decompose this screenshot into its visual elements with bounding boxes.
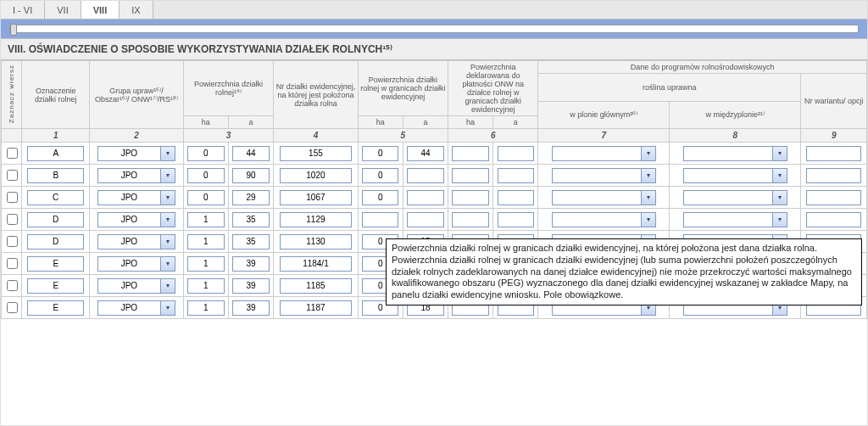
grupa-upraw-input[interactable] <box>97 190 160 205</box>
pow-ha-input[interactable] <box>187 168 224 183</box>
pow-ewid-a-input[interactable] <box>407 212 443 227</box>
pow-ha-input[interactable] <box>187 256 224 272</box>
tab-viii[interactable]: VIII <box>81 1 120 19</box>
row-checkbox[interactable] <box>7 214 18 225</box>
pow-a-input[interactable] <box>232 168 269 183</box>
pow-ewid-ha-input[interactable] <box>362 212 398 227</box>
row-checkbox[interactable] <box>7 236 18 247</box>
oznaczenie-input[interactable] <box>27 168 84 183</box>
miedzyplon-dropdown-button[interactable]: ▾ <box>772 190 787 205</box>
oznaczenie-input[interactable] <box>27 212 84 227</box>
nr-ewid-input[interactable] <box>280 300 352 316</box>
grupa-upraw-input[interactable] <box>97 146 160 161</box>
row-checkbox[interactable] <box>7 148 18 159</box>
grupa-upraw-input[interactable] <box>97 300 160 316</box>
pow-ha-input[interactable] <box>187 300 224 316</box>
miedzyplon-dropdown-button[interactable]: ▾ <box>772 146 787 161</box>
pow-ewid-ha-input[interactable] <box>362 146 398 161</box>
grupa-upraw-dropdown-button[interactable]: ▾ <box>160 256 175 272</box>
pow-a-input[interactable] <box>232 278 269 294</box>
pow-onw-ha-input[interactable] <box>452 168 488 183</box>
plon-glowny-input[interactable] <box>552 146 641 161</box>
plon-glowny-dropdown-button[interactable]: ▾ <box>641 190 656 205</box>
grupa-upraw-input[interactable] <box>97 212 160 227</box>
grupa-upraw-input[interactable] <box>97 256 160 272</box>
nr-wariantu-input[interactable] <box>806 190 861 205</box>
pow-ewid-a-input[interactable] <box>407 168 443 183</box>
pow-a-input[interactable] <box>232 256 269 272</box>
miedzyplon-dropdown-button[interactable]: ▾ <box>772 212 787 227</box>
miedzyplon-input[interactable] <box>683 190 772 205</box>
tab-ix[interactable]: IX <box>120 1 153 19</box>
plon-glowny-dropdown-button[interactable]: ▾ <box>641 168 656 183</box>
pow-a-input[interactable] <box>232 146 269 161</box>
pow-ewid-a-input[interactable] <box>407 146 443 161</box>
pow-onw-a-input[interactable] <box>498 212 534 227</box>
pow-ha-input[interactable] <box>187 234 224 249</box>
nr-ewid-input[interactable] <box>280 234 352 249</box>
oznaczenie-input[interactable] <box>27 190 84 205</box>
nr-wariantu-input[interactable] <box>806 212 861 227</box>
pow-ewid-a-input[interactable] <box>407 190 443 205</box>
grupa-upraw-dropdown-button[interactable]: ▾ <box>160 234 175 249</box>
grupa-upraw-dropdown-button[interactable]: ▾ <box>160 146 175 161</box>
nr-ewid-input[interactable] <box>280 146 352 161</box>
grupa-upraw-dropdown-button[interactable]: ▾ <box>160 190 175 205</box>
nr-wariantu-input[interactable] <box>806 146 861 161</box>
row-checkbox[interactable] <box>7 302 18 313</box>
pow-onw-a-input[interactable] <box>498 168 534 183</box>
pow-onw-ha-input[interactable] <box>452 146 488 161</box>
pow-ha-input[interactable] <box>187 278 224 294</box>
tab-vii[interactable]: VII <box>45 1 81 19</box>
pow-onw-ha-input[interactable] <box>452 212 488 227</box>
pow-a-input[interactable] <box>232 212 269 227</box>
nr-ewid-input[interactable] <box>280 256 352 272</box>
grupa-upraw-dropdown-button[interactable]: ▾ <box>160 300 175 316</box>
miedzyplon-input[interactable] <box>683 146 772 161</box>
oznaczenie-input[interactable] <box>27 146 84 161</box>
pow-onw-ha-input[interactable] <box>452 190 488 205</box>
grupa-upraw-dropdown-button[interactable]: ▾ <box>160 212 175 227</box>
pow-onw-a-input[interactable] <box>498 146 534 161</box>
row-slider[interactable] <box>9 25 859 33</box>
col-a-3: a <box>493 116 538 129</box>
grupa-upraw-dropdown-button[interactable]: ▾ <box>160 278 175 294</box>
slider-handle[interactable] <box>10 24 17 36</box>
pow-a-input[interactable] <box>232 300 269 316</box>
oznaczenie-input[interactable] <box>27 278 84 294</box>
row-checkbox[interactable] <box>7 170 18 181</box>
miedzyplon-input[interactable] <box>683 168 772 183</box>
oznaczenie-input[interactable] <box>27 256 84 272</box>
nr-wariantu-input[interactable] <box>806 168 861 183</box>
nr-ewid-input[interactable] <box>280 212 352 227</box>
row-checkbox[interactable] <box>7 258 18 269</box>
nr-ewid-input[interactable] <box>280 278 352 294</box>
pow-ha-input[interactable] <box>187 146 224 161</box>
pow-ewid-ha-input[interactable] <box>362 190 398 205</box>
section-title: VIII. OŚWIADCZENIE O SPOSOBIE WYKORZYSTY… <box>1 39 867 60</box>
pow-ewid-ha-input[interactable] <box>362 168 398 183</box>
grupa-upraw-input[interactable] <box>97 168 160 183</box>
pow-a-input[interactable] <box>232 190 269 205</box>
pow-ha-input[interactable] <box>187 212 224 227</box>
grupa-upraw-input[interactable] <box>97 278 160 294</box>
plon-glowny-input[interactable] <box>552 212 641 227</box>
plon-glowny-input[interactable] <box>552 168 641 183</box>
plon-glowny-input[interactable] <box>552 190 641 205</box>
miedzyplon-input[interactable] <box>683 212 772 227</box>
plon-glowny-dropdown-button[interactable]: ▾ <box>641 212 656 227</box>
pow-a-input[interactable] <box>232 234 269 249</box>
oznaczenie-input[interactable] <box>27 300 84 316</box>
pow-onw-a-input[interactable] <box>498 190 534 205</box>
miedzyplon-dropdown-button[interactable]: ▾ <box>772 168 787 183</box>
grupa-upraw-input[interactable] <box>97 234 160 249</box>
plon-glowny-dropdown-button[interactable]: ▾ <box>641 146 656 161</box>
pow-ha-input[interactable] <box>187 190 224 205</box>
nr-ewid-input[interactable] <box>280 190 352 205</box>
tab-i-vi[interactable]: I - VI <box>1 1 45 19</box>
row-checkbox[interactable] <box>7 192 18 203</box>
nr-ewid-input[interactable] <box>280 168 352 183</box>
grupa-upraw-dropdown-button[interactable]: ▾ <box>160 168 175 183</box>
oznaczenie-input[interactable] <box>27 234 84 249</box>
row-checkbox[interactable] <box>7 280 18 291</box>
